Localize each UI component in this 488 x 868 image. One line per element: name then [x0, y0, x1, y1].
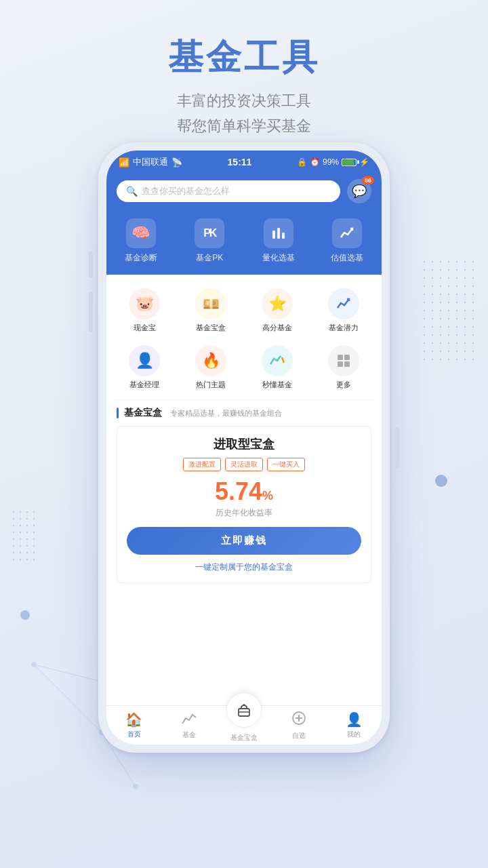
svg-rect-13	[344, 355, 350, 360]
status-time: 15:11	[228, 157, 252, 167]
phone-volume-down-button	[89, 292, 93, 332]
section-desc: 专家精品选基，最赚钱的基金组合	[170, 408, 282, 418]
page-header: 基金工具 丰富的投资决策工具 帮您简单科学买基金	[0, 0, 488, 153]
cash-icon: 🐷	[129, 288, 160, 319]
nav-item-fund[interactable]: 基金	[161, 706, 216, 742]
card-customize-link[interactable]: 一键定制属于您的基金宝盒	[127, 561, 361, 573]
message-badge-button[interactable]: 💬 86	[347, 179, 371, 203]
tool-item-fund-pk[interactable]: PK 基金PK	[176, 218, 245, 264]
subtitle-line1: 丰富的投资决策工具	[0, 88, 488, 113]
search-area: 🔍 查查你买的基金怎么样 💬 86	[106, 172, 382, 213]
icon-item-hot[interactable]: 🔥 热门主题	[180, 341, 242, 394]
svg-point-7	[133, 784, 138, 789]
tool-item-value-select[interactable]: 估值选基	[313, 218, 382, 264]
section-bar	[117, 408, 119, 418]
watchlist-nav-label: 自选	[292, 731, 306, 741]
rate-unit: %	[262, 489, 273, 502]
icon-item-more[interactable]: 更多	[312, 341, 375, 394]
tag-onebuy: 一键买入	[267, 458, 305, 471]
tools-grid: 🧠 基金诊断 PK 基金PK	[106, 213, 382, 275]
nav-item-home[interactable]: 🏠 首页	[106, 706, 161, 742]
quick-label: 秒懂基金	[262, 380, 292, 390]
page-title: 基金工具	[0, 34, 488, 81]
potential-label: 基金潜力	[329, 323, 359, 333]
icon-item-fundbox[interactable]: 💴 基金宝盒	[180, 284, 242, 337]
fund-nav-label: 基金	[182, 730, 196, 740]
rate-value: 5.74	[215, 477, 262, 505]
tool-item-quant-select[interactable]: 量化选基	[244, 218, 313, 264]
card-rate-label: 历史年化收益率	[127, 507, 361, 519]
bottom-nav: 🏠 首页 基金	[106, 705, 382, 742]
svg-rect-12	[338, 355, 343, 360]
svg-rect-15	[344, 361, 350, 367]
svg-rect-14	[338, 361, 343, 367]
fundbox-label: 基金宝盒	[196, 323, 226, 333]
earn-button[interactable]: 立即赚钱	[127, 527, 361, 555]
fund-pk-label: 基金PK	[196, 252, 223, 264]
card-name: 进取型宝盒	[127, 436, 361, 452]
fundbox-icon: 💴	[195, 288, 226, 319]
bg-decoration-dots-right	[420, 258, 474, 366]
mine-nav-label: 我的	[347, 730, 361, 739]
phone-volume-up-button	[89, 251, 93, 278]
bg-decoration-dots-left	[10, 509, 37, 563]
svg-rect-9	[277, 228, 280, 239]
icon-item-manager[interactable]: 👤 基金经理	[113, 341, 176, 394]
status-left: 📶 中国联通 📡	[119, 156, 182, 168]
fund-card: 进取型宝盒 激进配置 灵活进取 一键买入 5.74% 历史年化收益率 立即赚钱	[117, 426, 371, 583]
card-rate: 5.74%	[127, 478, 361, 505]
search-box[interactable]: 🔍 查查你买的基金怎么样	[117, 180, 340, 202]
tag-flexible: 灵活进取	[225, 458, 263, 471]
highscore-icon: ⭐	[262, 288, 293, 319]
icon-item-highscore[interactable]: ⭐ 高分基金	[246, 284, 308, 337]
manager-label: 基金经理	[129, 380, 159, 390]
fund-box-section: 基金宝盒 专家精品选基，最赚钱的基金组合 进取型宝盒 激进配置 灵活进取 一键买…	[106, 400, 382, 589]
tag-aggressive: 激进配置	[183, 458, 221, 471]
subtitle-line2: 帮您简单科学买基金	[0, 113, 488, 138]
icon-item-quick[interactable]: 秒懂基金	[246, 341, 308, 394]
watchlist-icon	[291, 711, 306, 729]
status-bar: 📶 中国联通 📡 15:11 🔒 ⏰ 99% ⚡	[106, 151, 382, 172]
nav-item-fundbox-center[interactable]: 基金宝盒	[216, 706, 271, 742]
status-right: 🔒 ⏰ 99% ⚡	[297, 157, 369, 167]
search-placeholder-text: 查查你买的基金怎么样	[142, 185, 230, 197]
cash-label: 现金宝	[134, 323, 156, 333]
carrier-name: 中国联通	[133, 156, 168, 168]
white-section: 🐷 现金宝 💴 基金宝盒 ⭐ 高分基金	[106, 275, 382, 742]
tool-item-fund-diagnosis[interactable]: 🧠 基金诊断	[106, 218, 176, 264]
hot-icon: 🔥	[195, 345, 226, 376]
page-subtitle: 丰富的投资决策工具 帮您简单科学买基金	[0, 88, 488, 139]
phone-mockup: 📶 中国联通 📡 15:11 🔒 ⏰ 99% ⚡	[98, 142, 390, 753]
message-badge-count: 86	[362, 176, 374, 184]
search-icon: 🔍	[126, 186, 138, 197]
nav-item-watchlist[interactable]: 自选	[272, 706, 327, 742]
battery-fill	[343, 160, 354, 165]
hot-label: 热门主题	[196, 380, 226, 390]
fund-diagnosis-label: 基金诊断	[125, 252, 157, 264]
charge-icon: ⚡	[359, 157, 369, 167]
quant-select-label: 量化选基	[262, 252, 295, 264]
mine-icon: 👤	[346, 711, 363, 728]
home-nav-label: 首页	[127, 730, 141, 739]
icon-item-potential[interactable]: 基金潜力	[312, 284, 375, 337]
nav-item-mine[interactable]: 👤 我的	[327, 706, 382, 742]
section-title: 基金宝盒	[124, 407, 162, 419]
quant-select-icon	[264, 218, 293, 248]
card-tags: 激进配置 灵活进取 一键买入	[127, 458, 361, 471]
svg-line-11	[282, 357, 284, 363]
more-icon	[328, 345, 359, 376]
phone-power-button	[395, 427, 399, 468]
icon-item-cash[interactable]: 🐷 现金宝	[113, 284, 176, 337]
signal-icon: 📶	[119, 157, 129, 167]
fund-pk-icon: PK	[195, 218, 224, 248]
lock-icon: 🔒	[297, 157, 307, 167]
highscore-label: 高分基金	[262, 323, 292, 333]
bg-decoration-circle-right	[435, 475, 447, 487]
value-select-icon	[332, 218, 362, 248]
app-content: 🔍 查查你买的基金怎么样 💬 86 🧠 基金诊断	[106, 172, 382, 742]
fund-diagnosis-icon: 🧠	[126, 218, 156, 248]
potential-icon	[328, 288, 359, 319]
svg-line-0	[34, 665, 102, 732]
more-label: 更多	[336, 380, 351, 390]
svg-rect-8	[272, 231, 275, 239]
